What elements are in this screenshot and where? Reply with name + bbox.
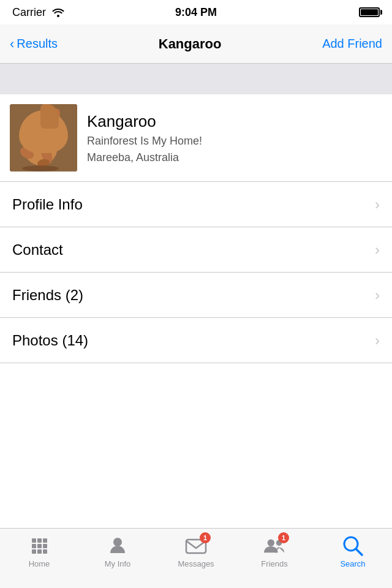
menu-item-friends[interactable]: Friends (2) ›: [0, 273, 392, 318]
tab-home-label: Home: [29, 559, 50, 568]
messages-badge: 1: [200, 532, 211, 543]
menu-item-label: Photos (14): [12, 332, 88, 349]
home-icon: [28, 535, 50, 557]
back-label: Results: [17, 37, 58, 51]
svg-rect-14: [37, 538, 42, 543]
menu-item-photos[interactable]: Photos (14) ›: [0, 318, 392, 363]
friends-icon: 1: [263, 535, 285, 557]
svg-point-5: [53, 127, 65, 137]
tab-bar: Home My Info 1 Messages: [0, 528, 392, 588]
chevron-right-icon: ›: [375, 196, 380, 213]
page-title: Kangaroo: [159, 36, 222, 52]
svg-point-22: [113, 538, 122, 546]
search-area: [0, 64, 392, 94]
tab-search-label: Search: [340, 559, 365, 568]
svg-point-1: [23, 129, 58, 165]
battery-icon: [359, 7, 380, 17]
svg-point-12: [22, 165, 59, 172]
status-bar: Carrier 9:04 PM: [0, 0, 392, 24]
svg-rect-19: [32, 549, 36, 554]
tab-search[interactable]: Search: [314, 535, 392, 568]
svg-rect-21: [43, 549, 47, 554]
tab-friends[interactable]: 1 Friends: [235, 535, 314, 568]
wifi-icon: [52, 7, 64, 17]
tab-my-info-label: My Info: [105, 559, 131, 568]
svg-rect-16: [32, 544, 36, 548]
svg-rect-20: [37, 549, 42, 554]
svg-line-27: [356, 549, 362, 555]
back-chevron-icon: ‹: [10, 36, 14, 52]
svg-point-8: [53, 123, 54, 124]
avatar-svg: [10, 104, 77, 172]
avatar: [10, 104, 77, 172]
chevron-right-icon: ›: [375, 241, 380, 258]
tab-my-info[interactable]: My Info: [78, 535, 157, 568]
carrier-label: Carrier: [12, 6, 46, 19]
nav-bar: ‹ Results Kangaroo Add Friend: [0, 24, 392, 64]
svg-rect-15: [43, 538, 47, 543]
profile-tagline: Rainforest Is My Home!: [87, 135, 202, 148]
person-icon: [107, 535, 129, 557]
status-time: 9:04 PM: [175, 6, 217, 19]
tab-home[interactable]: Home: [0, 535, 78, 568]
profile-card: Kangaroo Rainforest Is My Home! Mareeba,…: [0, 94, 392, 182]
menu-item-label: Contact: [12, 241, 63, 258]
menu-list: Profile Info › Contact › Friends (2) › P…: [0, 182, 392, 363]
svg-rect-18: [43, 544, 47, 548]
add-friend-button[interactable]: Add Friend: [322, 37, 382, 51]
profile-location: Mareeba, Australia: [87, 151, 202, 164]
avatar-image: [10, 104, 77, 172]
friends-badge: 1: [278, 532, 289, 543]
tab-messages[interactable]: 1 Messages: [157, 535, 235, 568]
back-button[interactable]: ‹ Results: [10, 36, 58, 52]
tab-messages-label: Messages: [178, 559, 214, 568]
profile-info-block: Kangaroo Rainforest Is My Home! Mareeba,…: [87, 112, 202, 164]
envelope-icon: 1: [185, 535, 207, 557]
menu-item-profile-info[interactable]: Profile Info ›: [0, 182, 392, 227]
svg-point-6: [59, 129, 64, 132]
menu-item-contact[interactable]: Contact ›: [0, 227, 392, 273]
svg-rect-17: [37, 544, 42, 548]
svg-point-7: [52, 123, 56, 127]
svg-point-3: [40, 108, 53, 125]
svg-rect-13: [32, 538, 36, 543]
tab-friends-label: Friends: [261, 559, 287, 568]
search-icon: [342, 535, 364, 557]
svg-point-24: [268, 540, 274, 546]
profile-name: Kangaroo: [87, 112, 202, 131]
chevron-right-icon: ›: [375, 287, 380, 304]
chevron-right-icon: ›: [375, 332, 380, 349]
svg-point-2: [40, 115, 62, 140]
menu-item-label: Profile Info: [12, 196, 83, 213]
menu-item-label: Friends (2): [12, 287, 83, 304]
